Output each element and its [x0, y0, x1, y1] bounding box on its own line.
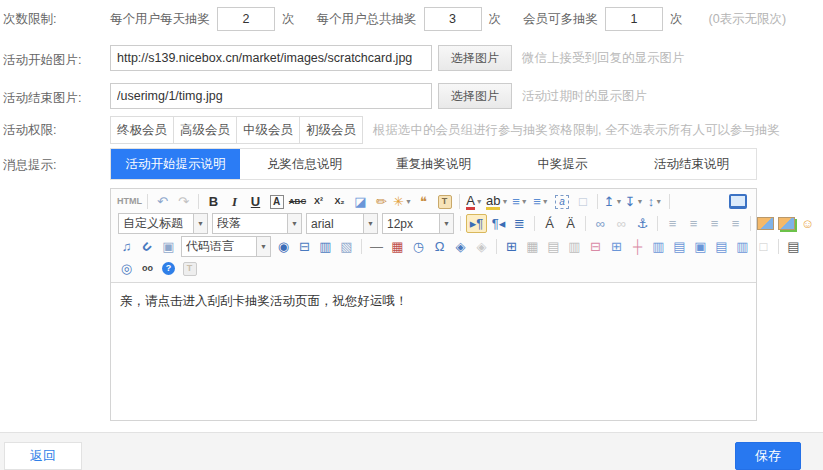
permission-label: 活动权限: — [3, 122, 56, 139]
columns-icon[interactable]: ▥ — [316, 237, 335, 256]
member-option-ultimate[interactable]: 终极会员 — [110, 116, 174, 144]
member-option-middle[interactable]: 中级会员 — [236, 116, 300, 144]
start-image-url-input[interactable] — [110, 45, 432, 71]
total-draw-input[interactable] — [424, 7, 482, 31]
insert-code-icon[interactable]: ◉ — [274, 237, 293, 256]
paragraph-select[interactable]: 段落▼ — [212, 213, 302, 234]
insert-row-icon[interactable]: ⊟ — [586, 237, 605, 256]
anchor-icon[interactable]: ⚓ — [633, 214, 652, 233]
font-color-icon[interactable]: A▼ — [465, 192, 484, 211]
redo-icon[interactable]: ↷ — [174, 192, 193, 211]
bordered-text-icon[interactable]: A — [267, 192, 286, 211]
tab-activity-start-tip[interactable]: 活动开始提示说明 — [111, 149, 240, 179]
daily-draw-input[interactable] — [217, 7, 275, 31]
tab-repeat-draw[interactable]: 重复抽奖说明 — [369, 149, 498, 179]
align-justify-icon[interactable]: ≡ — [726, 214, 745, 233]
special-char-icon[interactable]: Ω — [430, 237, 449, 256]
merge-down-icon[interactable]: ▤ — [670, 237, 689, 256]
tab-winning-tip[interactable]: 中奖提示 — [498, 149, 627, 179]
align-right-icon[interactable]: ≡ — [705, 214, 724, 233]
highlight-color-icon[interactable]: ab▼ — [486, 192, 508, 211]
code-language-select[interactable]: 代码语言▼ — [181, 236, 271, 257]
start-image-pick-button[interactable]: 选择图片 — [438, 45, 512, 71]
font-size-select[interactable]: 12px▼ — [382, 213, 454, 234]
member-option-junior[interactable]: 初级会员 — [299, 116, 363, 144]
paragraph-space-after-icon[interactable]: ↧▼ — [624, 192, 643, 211]
insert-date-icon[interactable]: ▦ — [388, 237, 407, 256]
paste-icon[interactable]: T — [180, 259, 199, 278]
align-left-icon[interactable]: ≡ — [663, 214, 682, 233]
anchor-inline-icon[interactable]: a — [552, 192, 571, 211]
insert-map-icon[interactable]: ◈ — [451, 237, 470, 256]
table-sort-icon[interactable]: ▥ — [565, 237, 584, 256]
insert-gmap-icon[interactable]: ◈ — [472, 237, 491, 256]
insert-frame-icon[interactable]: ▣ — [159, 237, 178, 256]
end-image-url-input[interactable] — [110, 83, 432, 109]
superscript-icon[interactable]: X² — [309, 192, 328, 211]
table-title-icon[interactable]: ▤ — [544, 237, 563, 256]
scrawl-icon[interactable] — [819, 214, 823, 233]
print-icon[interactable]: ▤ — [784, 237, 803, 256]
back-button[interactable]: 返回 — [4, 442, 82, 470]
tab-redeem-info[interactable]: 兑奖信息说明 — [240, 149, 369, 179]
indent-icon[interactable]: ≣ — [510, 214, 529, 233]
member-option-senior[interactable]: 高级会员 — [173, 116, 237, 144]
merge-cells-icon[interactable]: ▣ — [691, 237, 710, 256]
format-brush-icon[interactable]: ✏ — [372, 192, 391, 211]
split-cell-icon[interactable]: ┼ — [628, 237, 647, 256]
find-replace-icon[interactable]: oo — [138, 259, 157, 278]
font-family-select[interactable]: arial▼ — [306, 213, 378, 234]
snapshot-icon[interactable]: ▧ — [337, 237, 356, 256]
insert-col-icon[interactable]: ⊞ — [607, 237, 626, 256]
line-spacing-icon[interactable]: ↕▼ — [645, 192, 664, 211]
insert-image-icon[interactable] — [756, 214, 775, 233]
split-rows-icon[interactable]: ▤ — [712, 237, 731, 256]
link-icon[interactable]: ∞ — [591, 214, 610, 233]
word-spacing-icon[interactable]: Ä — [561, 214, 580, 233]
message-tabbar: 活动开始提示说明 兑奖信息说明 重复抽奖说明 中奖提示 活动结束说明 — [110, 148, 757, 180]
attachment-icon[interactable]: ∪ — [138, 237, 157, 256]
music-icon[interactable]: ♫ — [117, 237, 136, 256]
snapscreen-icon[interactable] — [777, 214, 796, 233]
ordered-list-icon[interactable]: ≡▼ — [510, 192, 529, 211]
underline-icon[interactable]: U — [246, 192, 265, 211]
italic-icon[interactable]: I — [225, 192, 244, 211]
page-break-icon[interactable]: ⊟ — [295, 237, 314, 256]
auto-typeset-icon[interactable]: ✳▼ — [393, 192, 412, 211]
editor-content[interactable]: 亲，请点击进入刮刮卡抽奖活动页面，祝您好运哦！ — [111, 282, 756, 420]
merge-right-icon[interactable]: ▥ — [649, 237, 668, 256]
save-button[interactable]: 保存 — [735, 442, 801, 470]
split-cols-icon[interactable]: ▥ — [733, 237, 752, 256]
dir-rtl-icon[interactable]: ¶◂ — [489, 214, 508, 233]
chevron-down-icon: ▼ — [363, 214, 377, 233]
blockquote-icon[interactable]: ❝ — [414, 192, 433, 211]
end-image-pick-button[interactable]: 选择图片 — [438, 83, 512, 109]
insert-table-icon[interactable]: ⊞ — [502, 237, 521, 256]
unlink-icon[interactable]: ∞ — [612, 214, 631, 233]
unordered-list-icon[interactable]: ≡▼ — [531, 192, 550, 211]
strikethrough-icon[interactable]: ABC — [288, 192, 307, 211]
paste-plain-icon[interactable]: T — [435, 192, 454, 211]
preview-icon[interactable]: ◎ — [117, 259, 136, 278]
align-center-icon[interactable]: ≡ — [684, 214, 703, 233]
heading-select[interactable]: 自定义标题▼ — [118, 213, 208, 234]
paragraph-space-before-icon[interactable]: ↥▼ — [603, 192, 622, 211]
undo-icon[interactable]: ↶ — [153, 192, 172, 211]
help-icon[interactable]: ? — [159, 259, 178, 278]
insert-time-icon[interactable]: ◷ — [409, 237, 428, 256]
bold-icon[interactable]: B — [204, 192, 223, 211]
fullscreen-icon[interactable] — [728, 192, 747, 211]
emotion-icon[interactable]: ☺ — [798, 214, 817, 233]
blank-page-icon[interactable]: □ — [573, 192, 592, 211]
subscript-icon[interactable]: X₂ — [330, 192, 349, 211]
member-extra-draw-input[interactable] — [605, 7, 663, 31]
tab-activity-end[interactable]: 活动结束说明 — [627, 149, 756, 179]
chevron-down-icon: ▼ — [405, 198, 412, 205]
letter-spacing-icon[interactable]: Á — [540, 214, 559, 233]
source-code-icon[interactable]: HTML — [117, 192, 142, 211]
doc-template-icon[interactable]: □ — [754, 237, 773, 256]
dir-ltr-icon[interactable]: ▸¶ — [466, 214, 487, 233]
eraser-icon[interactable]: ◪ — [351, 192, 370, 211]
delete-table-icon[interactable]: ▦ — [523, 237, 542, 256]
horizontal-rule-icon[interactable]: — — [367, 237, 386, 256]
